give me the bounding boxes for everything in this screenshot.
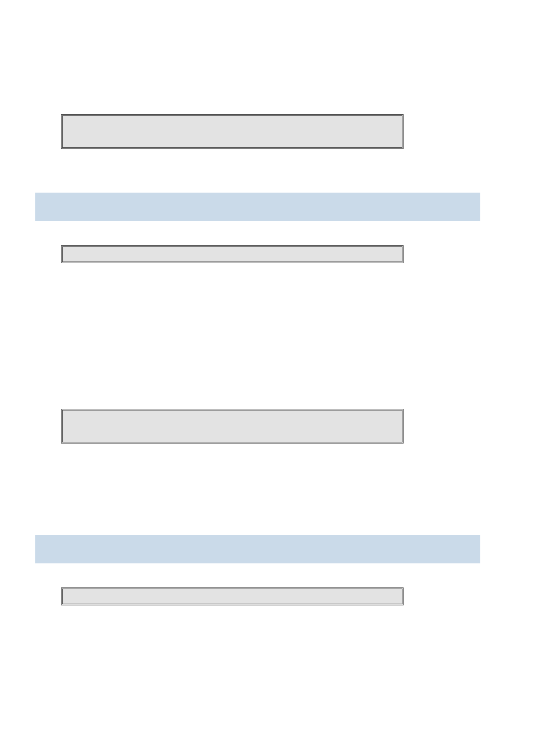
page-canvas — [0, 0, 534, 756]
outlined-box — [61, 409, 404, 444]
outlined-box — [61, 587, 404, 605]
shaded-band — [35, 535, 480, 563]
outlined-box — [61, 245, 404, 263]
outlined-box — [61, 114, 404, 149]
shaded-band — [35, 193, 480, 221]
